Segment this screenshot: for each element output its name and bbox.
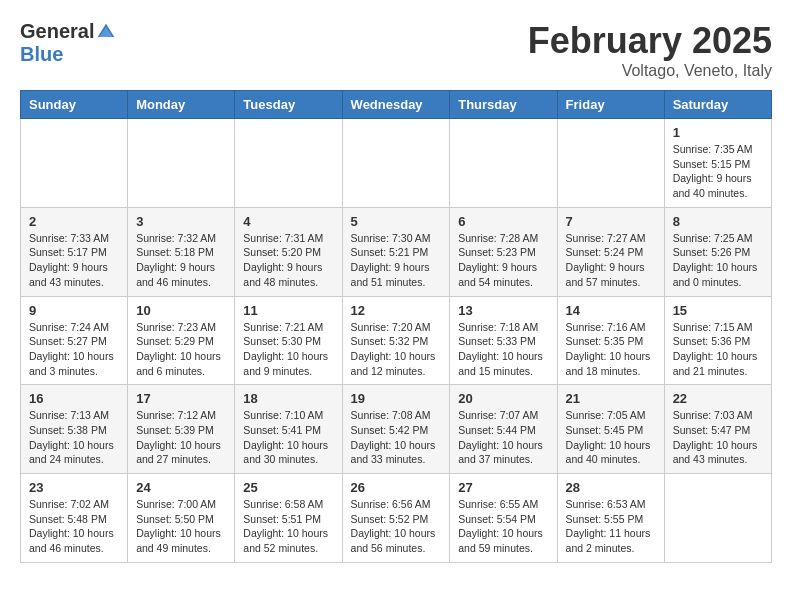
sunset-time: Sunset: 5:15 PM bbox=[673, 157, 763, 172]
logo: General Blue bbox=[20, 20, 116, 66]
calendar-week-row: 9Sunrise: 7:24 AMSunset: 5:27 PMDaylight… bbox=[21, 296, 772, 385]
sunrise-time: Sunrise: 7:28 AM bbox=[458, 231, 548, 246]
sunset-time: Sunset: 5:20 PM bbox=[243, 245, 333, 260]
sunrise-time: Sunrise: 7:08 AM bbox=[351, 408, 442, 423]
calendar-day-cell: 7Sunrise: 7:27 AMSunset: 5:24 PMDaylight… bbox=[557, 207, 664, 296]
sunrise-time: Sunrise: 7:00 AM bbox=[136, 497, 226, 512]
sunset-time: Sunset: 5:50 PM bbox=[136, 512, 226, 527]
daylight-hours: Daylight: 10 hours and 43 minutes. bbox=[673, 438, 763, 467]
calendar-day-cell: 8Sunrise: 7:25 AMSunset: 5:26 PMDaylight… bbox=[664, 207, 771, 296]
sunset-time: Sunset: 5:42 PM bbox=[351, 423, 442, 438]
daylight-hours: Daylight: 10 hours and 15 minutes. bbox=[458, 349, 548, 378]
calendar-table: SundayMondayTuesdayWednesdayThursdayFrid… bbox=[20, 90, 772, 563]
page-subtitle: Voltago, Veneto, Italy bbox=[528, 62, 772, 80]
sunrise-time: Sunrise: 7:16 AM bbox=[566, 320, 656, 335]
sunset-time: Sunset: 5:35 PM bbox=[566, 334, 656, 349]
sunset-time: Sunset: 5:47 PM bbox=[673, 423, 763, 438]
daylight-hours: Daylight: 10 hours and 59 minutes. bbox=[458, 526, 548, 555]
page-title: February 2025 bbox=[528, 20, 772, 62]
day-number: 5 bbox=[351, 214, 442, 229]
sunrise-time: Sunrise: 7:31 AM bbox=[243, 231, 333, 246]
logo-icon bbox=[96, 22, 116, 42]
daylight-hours: Daylight: 10 hours and 0 minutes. bbox=[673, 260, 763, 289]
calendar-day-cell: 1Sunrise: 7:35 AMSunset: 5:15 PMDaylight… bbox=[664, 119, 771, 208]
calendar-header-row: SundayMondayTuesdayWednesdayThursdayFrid… bbox=[21, 91, 772, 119]
sunrise-time: Sunrise: 7:20 AM bbox=[351, 320, 442, 335]
sunset-time: Sunset: 5:17 PM bbox=[29, 245, 119, 260]
daylight-hours: Daylight: 10 hours and 24 minutes. bbox=[29, 438, 119, 467]
calendar-day-cell: 3Sunrise: 7:32 AMSunset: 5:18 PMDaylight… bbox=[128, 207, 235, 296]
day-number: 6 bbox=[458, 214, 548, 229]
daylight-hours: Daylight: 10 hours and 37 minutes. bbox=[458, 438, 548, 467]
daylight-hours: Daylight: 10 hours and 46 minutes. bbox=[29, 526, 119, 555]
day-number: 15 bbox=[673, 303, 763, 318]
day-number: 23 bbox=[29, 480, 119, 495]
calendar-day-cell: 13Sunrise: 7:18 AMSunset: 5:33 PMDayligh… bbox=[450, 296, 557, 385]
sunset-time: Sunset: 5:39 PM bbox=[136, 423, 226, 438]
daylight-hours: Daylight: 11 hours and 2 minutes. bbox=[566, 526, 656, 555]
calendar-day-cell: 5Sunrise: 7:30 AMSunset: 5:21 PMDaylight… bbox=[342, 207, 450, 296]
calendar-week-row: 16Sunrise: 7:13 AMSunset: 5:38 PMDayligh… bbox=[21, 385, 772, 474]
day-number: 1 bbox=[673, 125, 763, 140]
daylight-hours: Daylight: 9 hours and 57 minutes. bbox=[566, 260, 656, 289]
day-number: 8 bbox=[673, 214, 763, 229]
calendar-day-cell: 11Sunrise: 7:21 AMSunset: 5:30 PMDayligh… bbox=[235, 296, 342, 385]
calendar-day-cell: 15Sunrise: 7:15 AMSunset: 5:36 PMDayligh… bbox=[664, 296, 771, 385]
day-number: 10 bbox=[136, 303, 226, 318]
sunrise-time: Sunrise: 7:05 AM bbox=[566, 408, 656, 423]
sunset-time: Sunset: 5:55 PM bbox=[566, 512, 656, 527]
day-number: 11 bbox=[243, 303, 333, 318]
sunset-time: Sunset: 5:30 PM bbox=[243, 334, 333, 349]
daylight-hours: Daylight: 9 hours and 43 minutes. bbox=[29, 260, 119, 289]
calendar-day-cell bbox=[128, 119, 235, 208]
day-number: 19 bbox=[351, 391, 442, 406]
calendar-week-row: 2Sunrise: 7:33 AMSunset: 5:17 PMDaylight… bbox=[21, 207, 772, 296]
sunset-time: Sunset: 5:44 PM bbox=[458, 423, 548, 438]
daylight-hours: Daylight: 9 hours and 46 minutes. bbox=[136, 260, 226, 289]
logo-general-text: General bbox=[20, 20, 94, 43]
day-number: 14 bbox=[566, 303, 656, 318]
day-number: 18 bbox=[243, 391, 333, 406]
logo-blue-text: Blue bbox=[20, 43, 63, 66]
sunset-time: Sunset: 5:18 PM bbox=[136, 245, 226, 260]
day-number: 25 bbox=[243, 480, 333, 495]
day-number: 26 bbox=[351, 480, 442, 495]
calendar-day-cell: 27Sunrise: 6:55 AMSunset: 5:54 PMDayligh… bbox=[450, 474, 557, 563]
sunset-time: Sunset: 5:52 PM bbox=[351, 512, 442, 527]
day-number: 22 bbox=[673, 391, 763, 406]
day-number: 7 bbox=[566, 214, 656, 229]
sunrise-time: Sunrise: 6:58 AM bbox=[243, 497, 333, 512]
calendar-weekday-header: Monday bbox=[128, 91, 235, 119]
sunrise-time: Sunrise: 7:02 AM bbox=[29, 497, 119, 512]
calendar-day-cell: 28Sunrise: 6:53 AMSunset: 5:55 PMDayligh… bbox=[557, 474, 664, 563]
daylight-hours: Daylight: 10 hours and 12 minutes. bbox=[351, 349, 442, 378]
calendar-day-cell: 24Sunrise: 7:00 AMSunset: 5:50 PMDayligh… bbox=[128, 474, 235, 563]
daylight-hours: Daylight: 10 hours and 56 minutes. bbox=[351, 526, 442, 555]
calendar-day-cell: 16Sunrise: 7:13 AMSunset: 5:38 PMDayligh… bbox=[21, 385, 128, 474]
daylight-hours: Daylight: 10 hours and 49 minutes. bbox=[136, 526, 226, 555]
calendar-day-cell: 14Sunrise: 7:16 AMSunset: 5:35 PMDayligh… bbox=[557, 296, 664, 385]
calendar-day-cell bbox=[450, 119, 557, 208]
calendar-day-cell: 22Sunrise: 7:03 AMSunset: 5:47 PMDayligh… bbox=[664, 385, 771, 474]
daylight-hours: Daylight: 9 hours and 40 minutes. bbox=[673, 171, 763, 200]
sunrise-time: Sunrise: 7:24 AM bbox=[29, 320, 119, 335]
calendar-day-cell bbox=[664, 474, 771, 563]
title-section: February 2025 Voltago, Veneto, Italy bbox=[528, 20, 772, 80]
day-number: 24 bbox=[136, 480, 226, 495]
day-number: 12 bbox=[351, 303, 442, 318]
day-number: 3 bbox=[136, 214, 226, 229]
daylight-hours: Daylight: 10 hours and 40 minutes. bbox=[566, 438, 656, 467]
sunset-time: Sunset: 5:51 PM bbox=[243, 512, 333, 527]
sunrise-time: Sunrise: 7:12 AM bbox=[136, 408, 226, 423]
day-number: 20 bbox=[458, 391, 548, 406]
sunrise-time: Sunrise: 7:35 AM bbox=[673, 142, 763, 157]
calendar-day-cell: 9Sunrise: 7:24 AMSunset: 5:27 PMDaylight… bbox=[21, 296, 128, 385]
daylight-hours: Daylight: 9 hours and 54 minutes. bbox=[458, 260, 548, 289]
daylight-hours: Daylight: 10 hours and 9 minutes. bbox=[243, 349, 333, 378]
calendar-day-cell: 12Sunrise: 7:20 AMSunset: 5:32 PMDayligh… bbox=[342, 296, 450, 385]
sunrise-time: Sunrise: 6:56 AM bbox=[351, 497, 442, 512]
sunrise-time: Sunrise: 7:13 AM bbox=[29, 408, 119, 423]
daylight-hours: Daylight: 10 hours and 21 minutes. bbox=[673, 349, 763, 378]
sunrise-time: Sunrise: 7:21 AM bbox=[243, 320, 333, 335]
calendar-day-cell: 26Sunrise: 6:56 AMSunset: 5:52 PMDayligh… bbox=[342, 474, 450, 563]
